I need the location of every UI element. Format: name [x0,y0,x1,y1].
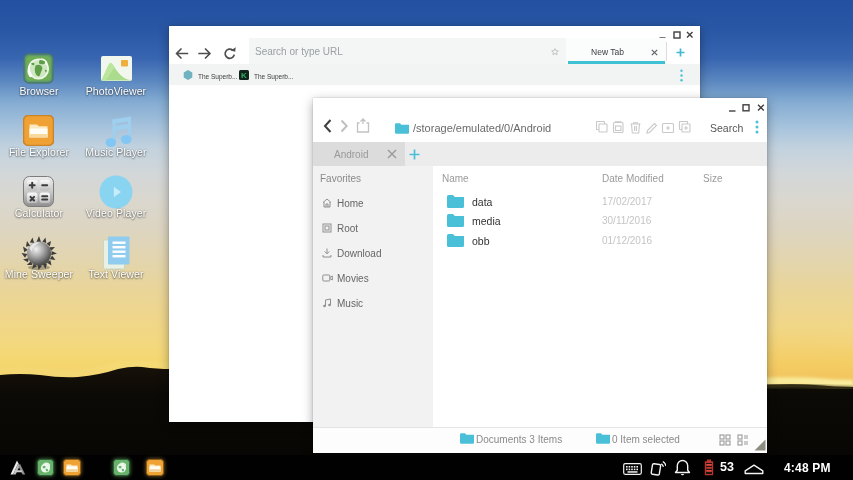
svg-text:K: K [241,71,247,80]
